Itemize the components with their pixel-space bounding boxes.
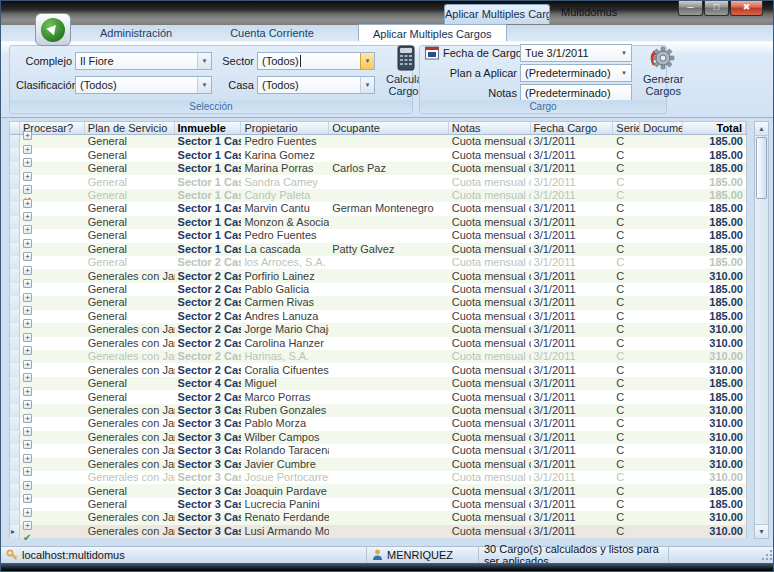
- serie-cell[interactable]: C: [613, 337, 640, 350]
- clasificacion-combo[interactable]: (Todos) ▼: [75, 76, 212, 94]
- fecha-cargo-cell[interactable]: 3/1/2011: [531, 296, 614, 309]
- total-cell[interactable]: 310.00: [683, 511, 746, 524]
- plan-cell[interactable]: General: [85, 202, 175, 215]
- notas-cell[interactable]: Cuota mensual de mar: [449, 417, 531, 430]
- fecha-cargo-cell[interactable]: 3/1/2011: [531, 337, 614, 350]
- fecha-cargo-cell[interactable]: 3/1/2011: [531, 458, 614, 471]
- table-row[interactable]: +✔GeneralSector 1 Casa 2Marina PorrasCar…: [10, 162, 746, 175]
- column-header[interactable]: Inmueble: [175, 122, 242, 134]
- propietario-cell[interactable]: Josue Portocarrero: [241, 471, 329, 484]
- notas-cell[interactable]: Cuota mensual de mar: [449, 229, 531, 242]
- table-row[interactable]: +✔GeneralSector 2 Casa 20Marco PorrasCuo…: [10, 390, 746, 403]
- serie-cell[interactable]: C: [613, 350, 640, 363]
- plan-cell[interactable]: General: [85, 485, 175, 498]
- fecha-cargo-cell[interactable]: 3/1/2011: [531, 404, 614, 417]
- row-selector[interactable]: [10, 296, 20, 309]
- fecha-cargo-cell[interactable]: 3/1/2011: [531, 229, 614, 242]
- inmueble-cell[interactable]: Sector 4 Casa 1: [175, 377, 242, 390]
- row-selector[interactable]: [10, 229, 20, 242]
- tab-aplicar-multiples-cargos[interactable]: Aplicar Multiples Cargos: [358, 24, 507, 41]
- row-selector[interactable]: [10, 404, 20, 417]
- expand-row-icon[interactable]: +: [23, 306, 32, 315]
- column-header[interactable]: Notas: [449, 122, 531, 134]
- plan-cell[interactable]: General: [85, 216, 175, 229]
- fecha-cargo-cell[interactable]: 3/1/2011: [531, 189, 614, 202]
- fecha-cargo-cell[interactable]: 3/1/2011: [531, 485, 614, 498]
- row-selector[interactable]: [10, 202, 20, 215]
- table-row[interactable]: +✔Generales con JardinizSector 3 Casa 21…: [10, 404, 746, 417]
- expand-row-icon[interactable]: +: [23, 199, 32, 208]
- propietario-cell[interactable]: Joaquin Pardave: [241, 485, 329, 498]
- total-cell[interactable]: 310.00: [683, 404, 746, 417]
- column-header[interactable]: Total: [683, 122, 746, 134]
- column-header[interactable]: Fecha Cargo: [531, 122, 614, 134]
- row-selector[interactable]: [10, 283, 20, 296]
- fecha-cargo-cell[interactable]: 3/1/2011: [531, 202, 614, 215]
- expand-row-icon[interactable]: +: [23, 494, 32, 503]
- notas-cell[interactable]: Cuota mensual de mar: [449, 216, 531, 229]
- plan-cell[interactable]: Generales con Jardiniz: [85, 270, 175, 283]
- total-cell[interactable]: 310.00: [683, 417, 746, 430]
- serie-cell[interactable]: C: [613, 296, 640, 309]
- column-header[interactable]: Propietario: [241, 122, 329, 134]
- fecha-cargo-cell[interactable]: 3/1/2011: [531, 511, 614, 524]
- notas-cell[interactable]: Cuota mensual de mar: [449, 256, 531, 269]
- notas-cell[interactable]: Cuota mensual de mar: [449, 283, 531, 296]
- inmueble-cell[interactable]: Sector 1 Casa 2: [175, 162, 242, 175]
- serie-cell[interactable]: C: [613, 189, 640, 202]
- plan-cell[interactable]: General: [85, 149, 175, 162]
- inmueble-cell[interactable]: Sector 3 Casa 27: [175, 485, 242, 498]
- inmueble-cell[interactable]: Sector 2 Casa 15: [175, 310, 242, 323]
- sector-combo[interactable]: (Todos) ▼: [257, 52, 375, 70]
- expand-row-icon[interactable]: +: [23, 185, 32, 194]
- inmueble-cell[interactable]: Sector 1 Casa 3: [175, 176, 242, 189]
- notas-cell[interactable]: Cuota mensual de mar: [449, 162, 531, 175]
- inmueble-cell[interactable]: Sector 1 Casa 9: [175, 216, 242, 229]
- group-caption-cargo[interactable]: Cargo: [420, 100, 666, 113]
- plan-cell[interactable]: Generales con Jardiniz: [85, 337, 175, 350]
- table-row[interactable]: +✘Generales con JardinizSector 2 Casa 17…: [10, 350, 746, 363]
- row-selector[interactable]: [10, 269, 20, 282]
- fecha-cargo-cell[interactable]: 3/1/2011: [531, 310, 614, 323]
- row-selector[interactable]: [10, 377, 20, 390]
- total-cell[interactable]: 310.00: [683, 364, 746, 377]
- expand-row-icon[interactable]: +: [23, 414, 32, 423]
- notas-cell[interactable]: Cuota mensual de mar: [449, 498, 531, 511]
- plan-cell[interactable]: Generales con Jardiniz: [85, 323, 175, 336]
- serie-cell[interactable]: C: [613, 229, 640, 242]
- serie-cell[interactable]: C: [613, 511, 640, 524]
- fecha-cargo-cell[interactable]: 3/1/2011: [531, 176, 614, 189]
- propietario-cell[interactable]: Marvin Cantu: [241, 202, 329, 215]
- column-header[interactable]: Documento: [640, 122, 683, 134]
- plan-cell[interactable]: Generales con Jardiniz: [85, 458, 175, 471]
- fecha-cargo-cell[interactable]: 3/1/2011: [531, 256, 614, 269]
- table-row[interactable]: +✔GeneralSector 1 Casa 4Karina GomezCuot…: [10, 148, 746, 161]
- total-cell[interactable]: 310.00: [683, 270, 746, 283]
- plan-cell[interactable]: General: [85, 229, 175, 242]
- fecha-cargo-cell[interactable]: 3/1/2011: [531, 471, 614, 484]
- row-selector[interactable]: [10, 135, 20, 148]
- table-row[interactable]: +✔Generales con JardinizSector 3 Casa 22…: [10, 417, 746, 430]
- inmueble-cell[interactable]: Sector 3 Casa 28: [175, 498, 242, 511]
- resize-grip[interactable]: [761, 549, 773, 561]
- plan-cell[interactable]: Generales con Jardiniz: [85, 364, 175, 377]
- fecha-cargo-cell[interactable]: 3/1/2011: [531, 525, 614, 538]
- total-cell[interactable]: 185.00: [683, 296, 746, 309]
- notas-cell[interactable]: Cuota mensual de mar: [449, 391, 531, 404]
- plan-cell[interactable]: General: [85, 243, 175, 256]
- expand-row-icon[interactable]: +: [23, 252, 32, 261]
- notas-cell[interactable]: Cuota mensual de mar: [449, 431, 531, 444]
- serie-cell[interactable]: C: [613, 135, 640, 148]
- table-row[interactable]: +✔GeneralSector 2 Casa 13Pablo GaliciaCu…: [10, 283, 746, 296]
- expand-row-icon[interactable]: +: [23, 440, 32, 449]
- notas-cell[interactable]: Cuota mensual de mar: [449, 377, 531, 390]
- inmueble-cell[interactable]: Sector 3 Casa 26: [175, 471, 242, 484]
- fecha-cargo-cell[interactable]: 3/1/2011: [531, 391, 614, 404]
- total-cell[interactable]: 185.00: [683, 149, 746, 162]
- fecha-de-cargo-combo[interactable]: Tue 3/1/2011 ▼: [520, 44, 632, 62]
- vertical-scrollbar[interactable]: ▲ ▼: [754, 121, 769, 539]
- group-caption-seleccion[interactable]: Selección: [10, 100, 412, 113]
- expand-row-icon[interactable]: +: [23, 467, 32, 476]
- serie-cell[interactable]: C: [613, 498, 640, 511]
- scrollbar-thumb[interactable]: [756, 137, 767, 199]
